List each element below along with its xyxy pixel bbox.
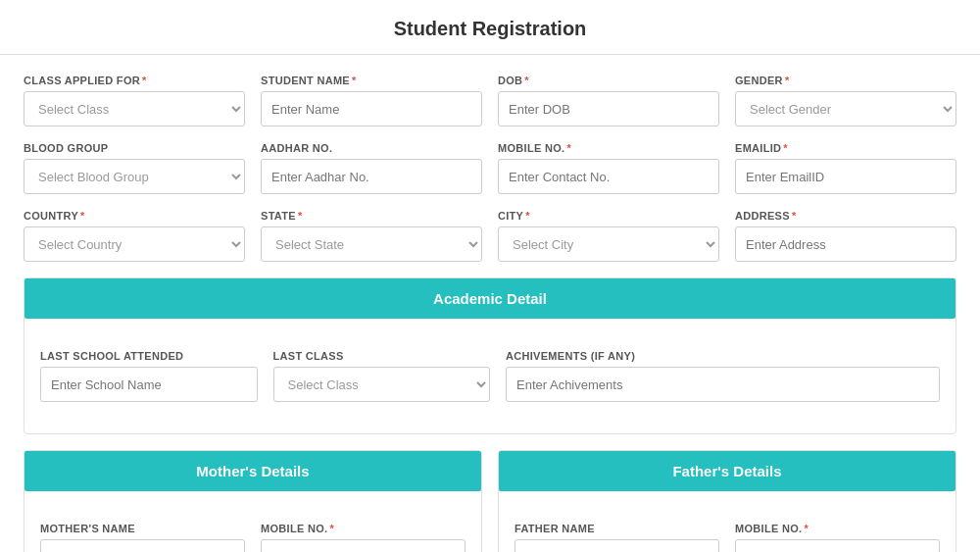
mother-mobile-input[interactable]	[261, 539, 466, 552]
aadhar-label: AADHAR NO.	[261, 142, 482, 154]
class-applied-select[interactable]: Select Class Class 1 Class 2 Class 3 Cla…	[24, 91, 245, 126]
address-group: ADDRESS*	[735, 210, 956, 262]
achievements-group: ACHIVEMENTS (IF ANY)	[506, 350, 940, 402]
email-group: EMAILID*	[735, 142, 956, 194]
father-name-group: FATHER NAME	[514, 523, 719, 552]
dob-group: DOB*	[498, 75, 719, 126]
address-input[interactable]	[735, 226, 956, 262]
blood-group-group: BLOOD GROUP Select Blood Group A+ A- B+ …	[24, 142, 245, 194]
father-row: FATHER NAME MOBILE NO.*	[514, 523, 940, 552]
mobile-input[interactable]	[498, 159, 719, 194]
gender-group: GENDER* Select Gender Male Female Other	[735, 75, 956, 126]
father-mobile-group: MOBILE NO.*	[735, 523, 940, 552]
mobile-group: MOBILE NO.*	[498, 142, 719, 194]
father-name-input[interactable]	[514, 539, 719, 552]
mother-name-label: MOTHER'S NAME	[40, 523, 245, 534]
form-row-2: BLOOD GROUP Select Blood Group A+ A- B+ …	[24, 142, 956, 194]
email-input[interactable]	[735, 159, 956, 194]
achievements-input[interactable]	[506, 367, 940, 402]
aadhar-group: AADHAR NO.	[261, 142, 482, 194]
address-label: ADDRESS*	[735, 210, 956, 222]
father-section-header: Father's Details	[499, 451, 956, 491]
email-label: EMAILID*	[735, 142, 956, 154]
mother-name-group: MOTHER'S NAME	[40, 523, 245, 552]
state-group: STATE* Select State Maharashtra Delhi Ka…	[261, 210, 482, 262]
city-select[interactable]: Select City Mumbai Delhi Bangalore	[498, 226, 719, 262]
gender-label: GENDER*	[735, 75, 956, 86]
parent-sections: Mother's Details MOTHER'S NAME MOBILE NO…	[24, 450, 956, 552]
city-group: CITY* Select City Mumbai Delhi Bangalore	[498, 210, 719, 262]
last-class-select[interactable]: Select Class Class 1 Class 2 Class 3	[273, 367, 491, 402]
page-title: Student Registration	[0, 0, 980, 55]
last-class-group: LAST CLASS Select Class Class 1 Class 2 …	[273, 350, 491, 402]
mother-section-header: Mother's Details	[24, 451, 481, 491]
city-label: CITY*	[498, 210, 719, 222]
blood-group-select[interactable]: Select Blood Group A+ A- B+ B- O+ O- AB+…	[24, 159, 245, 194]
last-school-input[interactable]	[40, 367, 258, 402]
state-label: STATE*	[261, 210, 482, 222]
father-section: Father's Details FATHER NAME MOBILE NO.*	[498, 450, 956, 552]
dob-label: DOB*	[498, 75, 719, 86]
mother-name-input[interactable]	[40, 539, 245, 552]
mother-section: Mother's Details MOTHER'S NAME MOBILE NO…	[24, 450, 482, 552]
achievements-label: ACHIVEMENTS (IF ANY)	[506, 350, 940, 362]
class-applied-label: CLASS APPLIED FOR*	[24, 75, 245, 86]
mother-mobile-group: MOBILE NO.*	[261, 523, 466, 552]
student-name-input[interactable]	[261, 91, 482, 126]
academic-section-header: Academic Detail	[24, 278, 956, 319]
father-name-label: FATHER NAME	[514, 523, 719, 534]
country-select[interactable]: Select Country India USA UK	[24, 226, 245, 262]
aadhar-input[interactable]	[261, 159, 482, 194]
form-row-3: COUNTRY* Select Country India USA UK STA…	[24, 210, 956, 262]
father-mobile-label: MOBILE NO.*	[735, 523, 940, 534]
blood-group-label: BLOOD GROUP	[24, 142, 245, 154]
academic-section: Academic Detail LAST SCHOOL ATTENDED LAS…	[24, 277, 956, 434]
student-name-label: STUDENT NAME*	[261, 75, 482, 86]
last-school-label: LAST SCHOOL ATTENDED	[40, 350, 258, 362]
last-school-group: LAST SCHOOL ATTENDED	[40, 350, 258, 402]
mother-mobile-label: MOBILE NO.*	[261, 523, 466, 534]
class-applied-group: CLASS APPLIED FOR* Select Class Class 1 …	[24, 75, 245, 126]
mobile-label: MOBILE NO.*	[498, 142, 719, 154]
last-class-label: LAST CLASS	[273, 350, 491, 362]
state-select[interactable]: Select State Maharashtra Delhi Karnataka	[261, 226, 482, 262]
student-name-group: STUDENT NAME*	[261, 75, 482, 126]
country-group: COUNTRY* Select Country India USA UK	[24, 210, 245, 262]
mother-row: MOTHER'S NAME MOBILE NO.*	[40, 523, 466, 552]
gender-select[interactable]: Select Gender Male Female Other	[735, 91, 956, 126]
father-mobile-input[interactable]	[735, 539, 940, 552]
academic-row: LAST SCHOOL ATTENDED LAST CLASS Select C…	[40, 350, 940, 402]
dob-input[interactable]	[498, 91, 719, 126]
form-row-1: CLASS APPLIED FOR* Select Class Class 1 …	[24, 75, 956, 126]
country-label: COUNTRY*	[24, 210, 245, 222]
